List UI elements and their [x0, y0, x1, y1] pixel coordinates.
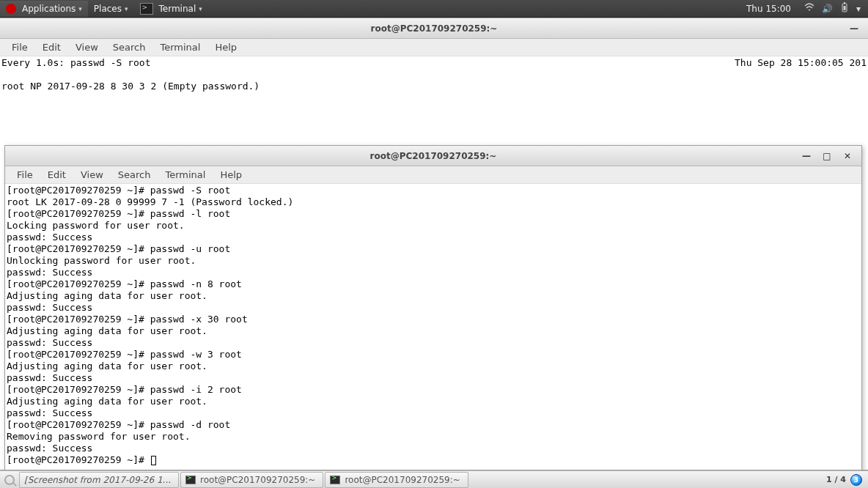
titlebar-back[interactable]: root@PC201709270259:~ — [0, 18, 868, 39]
terminal-icon [330, 476, 340, 484]
active-app-label: Terminal [159, 4, 196, 14]
network-icon[interactable] [804, 3, 814, 14]
top-panel: Applications ▾ Places ▾ Terminal ▾ Thu 1… [0, 0, 868, 18]
watch-status-line: root NP 2017-09-28 8 30 3 2 (Empty passw… [1, 81, 260, 92]
taskbar-item-terminal-1[interactable]: root@PC201709270259:~ [180, 472, 323, 488]
menu-view[interactable]: View [68, 40, 106, 55]
svg-rect-2 [843, 6, 845, 10]
menu-search[interactable]: Search [106, 40, 153, 55]
menu-terminal[interactable]: Terminal [158, 167, 213, 182]
task-label: [Screenshot from 2017-09-26 1... [24, 475, 171, 485]
chevron-down-icon: ▾ [125, 5, 128, 12]
menu-terminal[interactable]: Terminal [152, 40, 207, 55]
titlebar-front[interactable]: root@PC201709270259:~ — □ ✕ [5, 146, 861, 166]
menubar-back: File Edit View Search Terminal Help [0, 39, 868, 56]
menu-file[interactable]: File [10, 167, 40, 182]
minimize-button[interactable]: — [849, 23, 859, 34]
terminal-icon [185, 476, 196, 484]
taskbar-item-screenshot[interactable]: [Screenshot from 2017-09-26 1... [19, 472, 179, 488]
menubar-front: File Edit View Search Terminal Help [5, 166, 861, 184]
bottom-panel: [Screenshot from 2017-09-26 1... root@PC… [0, 470, 868, 488]
distro-logo-icon [6, 4, 16, 14]
volume-icon[interactable]: 🔊 [822, 4, 833, 14]
terminal-output-front[interactable]: [root@PC201709270259 ~]# passwd -S root … [5, 184, 861, 470]
watch-timestamp: Thu Sep 28 15:00:05 201 [735, 57, 867, 69]
menu-help[interactable]: Help [213, 167, 249, 182]
menu-help[interactable]: Help [207, 40, 244, 55]
maximize-button[interactable]: □ [822, 151, 832, 161]
task-label: root@PC201709270259:~ [200, 475, 315, 485]
clock[interactable]: Thu 15:00 [740, 1, 797, 17]
user-menu-icon[interactable]: ▾ [856, 4, 861, 14]
chevron-down-icon: ▾ [78, 5, 82, 12]
cursor [151, 456, 156, 465]
watch-header: Every 1.0s: passwd -S root [1, 57, 151, 68]
notification-badge[interactable]: 3 [850, 474, 862, 486]
task-label: root@PC201709270259:~ [345, 475, 460, 485]
menu-view[interactable]: View [73, 167, 111, 182]
terminal-icon [140, 3, 153, 15]
applications-label: Applications [22, 4, 76, 14]
battery-icon[interactable] [840, 2, 849, 15]
minimize-button[interactable]: — [801, 151, 812, 161]
places-label: Places [94, 4, 122, 14]
svg-rect-1 [844, 2, 845, 4]
applications-menu[interactable]: Applications ▾ [0, 1, 88, 17]
taskbar-item-terminal-2[interactable]: root@PC201709270259:~ [325, 472, 468, 488]
places-menu[interactable]: Places ▾ [88, 1, 134, 17]
title-text: root@PC201709270259:~ [370, 151, 497, 161]
menu-search[interactable]: Search [111, 167, 158, 182]
chevron-down-icon: ▾ [199, 5, 202, 12]
workspace-indicator[interactable]: 1 / 4 [826, 475, 846, 484]
show-desktop-button[interactable] [1, 472, 18, 488]
clock-text: Thu 15:00 [746, 4, 791, 14]
active-app-menu[interactable]: Terminal ▾ [134, 0, 208, 18]
title-text: root@PC201709270259:~ [371, 23, 498, 34]
menu-file[interactable]: File [4, 40, 35, 55]
menu-edit[interactable]: Edit [35, 40, 68, 55]
menu-edit[interactable]: Edit [40, 167, 73, 182]
magnifier-icon [4, 475, 15, 485]
terminal-window-main: root@PC201709270259:~ — □ ✕ File Edit Vi… [4, 145, 862, 470]
close-button[interactable]: ✕ [842, 151, 853, 161]
